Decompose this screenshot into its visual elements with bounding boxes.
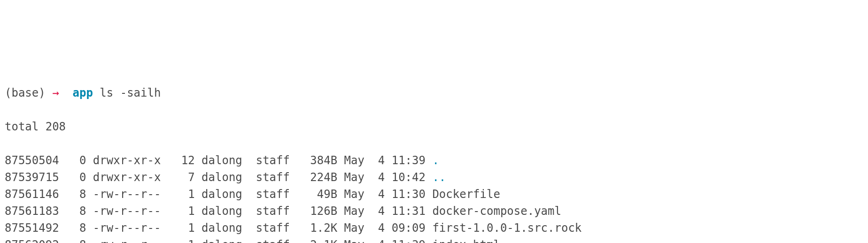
permissions: -rw-r--r-- bbox=[93, 205, 161, 218]
owner: dalong bbox=[202, 221, 242, 235]
permissions: -rw-r--r-- bbox=[93, 238, 161, 243]
permissions: drwxr-xr-x bbox=[93, 171, 161, 184]
blocks: 8 bbox=[66, 188, 86, 201]
owner: dalong bbox=[202, 171, 242, 184]
ls-row: 87550504 0 drwxr-xr-x 12 dalong staff 38… bbox=[5, 152, 863, 169]
filename: .. bbox=[432, 171, 446, 184]
filename: docker-compose.yaml bbox=[432, 205, 561, 218]
permissions: -rw-r--r-- bbox=[93, 188, 161, 201]
prompt-cwd: app bbox=[73, 86, 93, 99]
ls-row: 87562092 8 -rw-r--r-- 1 dalong staff 2.1… bbox=[5, 236, 863, 243]
ls-row: 87561146 8 -rw-r--r-- 1 dalong staff 49B… bbox=[5, 186, 863, 203]
size: 2.1K bbox=[303, 238, 337, 243]
ls-rows: 87550504 0 drwxr-xr-x 12 dalong staff 38… bbox=[5, 152, 863, 243]
blocks: 8 bbox=[66, 205, 86, 218]
date: May 4 10:42 bbox=[344, 171, 426, 184]
group: staff bbox=[256, 221, 290, 235]
links: 1 bbox=[174, 238, 194, 243]
inode: 87550504 bbox=[5, 154, 59, 167]
blocks: 0 bbox=[66, 154, 86, 167]
size: 224B bbox=[303, 171, 337, 184]
size: 49B bbox=[303, 188, 337, 201]
filename: . bbox=[432, 154, 439, 167]
owner: dalong bbox=[202, 154, 242, 167]
owner: dalong bbox=[202, 238, 242, 243]
date: May 4 11:39 bbox=[344, 154, 426, 167]
owner: dalong bbox=[202, 188, 242, 201]
size: 126B bbox=[303, 205, 337, 218]
blocks: 8 bbox=[66, 238, 86, 243]
inode: 87539715 bbox=[5, 171, 59, 184]
inode: 87561183 bbox=[5, 205, 59, 218]
ls-row: 87551492 8 -rw-r--r-- 1 dalong staff 1.2… bbox=[5, 220, 863, 236]
date: May 4 11:30 bbox=[344, 188, 426, 201]
date: May 4 11:31 bbox=[344, 205, 426, 218]
prompt-line: (base) → app ls -sailh bbox=[5, 84, 863, 101]
total-line: total 208 bbox=[5, 118, 863, 135]
inode: 87561146 bbox=[5, 188, 59, 201]
links: 1 bbox=[174, 205, 194, 218]
group: staff bbox=[256, 154, 290, 167]
terminal-output: (base) → app ls -sailh total 208 8755050… bbox=[0, 68, 868, 243]
date: May 4 09:09 bbox=[344, 221, 426, 235]
filename: Dockerfile bbox=[432, 188, 500, 201]
date: May 4 11:39 bbox=[344, 238, 426, 243]
prompt-env: (base) bbox=[5, 86, 46, 99]
group: staff bbox=[256, 188, 290, 201]
links: 1 bbox=[174, 221, 194, 235]
permissions: -rw-r--r-- bbox=[93, 221, 161, 235]
inode: 87562092 bbox=[5, 238, 59, 243]
links: 1 bbox=[174, 188, 194, 201]
group: staff bbox=[256, 205, 290, 218]
links: 12 bbox=[174, 154, 194, 167]
prompt-arrow: → bbox=[52, 86, 59, 99]
links: 7 bbox=[174, 171, 194, 184]
filename: first-1.0.0-1.src.rock bbox=[432, 221, 581, 235]
command-text: ls -sailh bbox=[100, 86, 161, 99]
ls-row: 87561183 8 -rw-r--r-- 1 dalong staff 126… bbox=[5, 203, 863, 220]
filename: index.html bbox=[432, 238, 500, 243]
group: staff bbox=[256, 171, 290, 184]
owner: dalong bbox=[202, 205, 242, 218]
permissions: drwxr-xr-x bbox=[93, 154, 161, 167]
blocks: 8 bbox=[66, 221, 86, 235]
blocks: 0 bbox=[66, 171, 86, 184]
size: 1.2K bbox=[303, 221, 337, 235]
group: staff bbox=[256, 238, 290, 243]
ls-row: 87539715 0 drwxr-xr-x 7 dalong staff 224… bbox=[5, 169, 863, 186]
inode: 87551492 bbox=[5, 221, 59, 235]
size: 384B bbox=[303, 154, 337, 167]
